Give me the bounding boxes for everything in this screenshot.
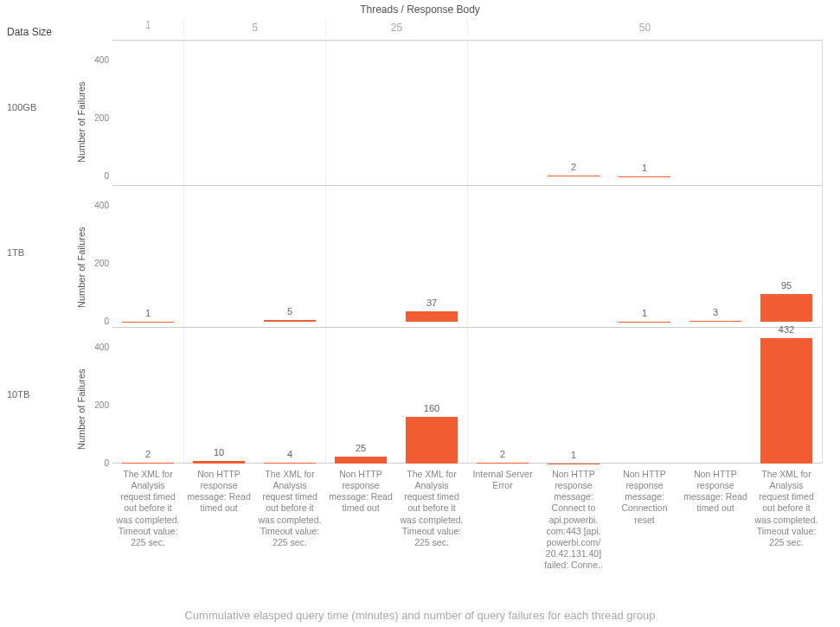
x-category-label: Internal Server Error xyxy=(470,469,535,491)
bar-value-label: 1 xyxy=(571,450,576,460)
thread-group-header: 5 xyxy=(183,19,325,36)
y-tick-label: 400 xyxy=(83,55,109,65)
x-category-label: The XML for Analysis request timed out b… xyxy=(753,469,818,548)
bar xyxy=(264,463,315,464)
bar xyxy=(689,321,741,322)
bar-value-label: 10 xyxy=(214,447,224,457)
col-facet-title: Threads / Response Body xyxy=(0,3,840,16)
panel-row xyxy=(112,40,822,176)
bar xyxy=(548,176,599,176)
x-category-label: Non HTTP response message: Read timed ou… xyxy=(328,469,393,515)
bar-value-label: 4 xyxy=(287,449,292,459)
row-facet-label: 10TB xyxy=(7,389,29,400)
y-tick-label: 200 xyxy=(83,259,109,268)
thread-group-header: 25 xyxy=(325,19,467,36)
x-category-label: Non HTTP response message: Read timed ou… xyxy=(186,469,251,515)
bar-value-label: 25 xyxy=(356,443,366,453)
bar-value-label: 2 xyxy=(145,449,151,459)
x-category-label: The XML for Analysis request timed out b… xyxy=(257,469,322,548)
x-category-label: Non HTTP response message: Read timed ou… xyxy=(683,469,747,515)
row-facet-label: 100GB xyxy=(7,102,36,112)
panel-row xyxy=(112,327,822,464)
y-tick-label: 400 xyxy=(83,201,109,210)
x-category-label: The XML for Analysis request timed out b… xyxy=(115,469,180,548)
y-tick-label: 0 xyxy=(83,171,109,181)
bar-value-label: 160 xyxy=(424,403,439,413)
bar xyxy=(193,461,244,464)
row-facet-title: Data Size xyxy=(7,26,52,38)
bar xyxy=(264,320,315,322)
thread-group-header: 1 xyxy=(112,19,183,31)
bar xyxy=(760,294,811,322)
bar-value-label: 95 xyxy=(781,280,792,291)
y-tick-label: 400 xyxy=(83,342,109,352)
bar-value-label: 432 xyxy=(779,324,794,335)
bar-value-label: 1 xyxy=(145,308,151,318)
bar-value-label: 2 xyxy=(500,449,505,459)
bar xyxy=(619,322,670,323)
bar-value-label: 1 xyxy=(642,163,647,173)
bar xyxy=(335,457,386,464)
bar xyxy=(477,463,528,464)
x-category-label: Non HTTP response message: Connect to ap… xyxy=(541,469,606,571)
bar xyxy=(122,322,173,323)
bar xyxy=(406,417,457,464)
bar xyxy=(548,464,599,464)
y-tick-label: 0 xyxy=(83,458,109,468)
bar-value-label: 3 xyxy=(713,307,718,317)
plot-right-edge xyxy=(822,40,823,464)
y-tick-label: 200 xyxy=(83,113,109,123)
x-category-label: Non HTTP response message: Connection re… xyxy=(612,469,676,526)
bar xyxy=(122,463,173,464)
bar-value-label: 37 xyxy=(426,298,437,308)
bar xyxy=(760,338,811,464)
x-category-label: The XML for Analysis request timed out b… xyxy=(399,469,464,548)
bar xyxy=(406,311,457,322)
panel-row xyxy=(112,185,822,322)
row-facet-label: 1TB xyxy=(7,247,24,258)
bar-value-label: 5 xyxy=(287,306,292,317)
bar-value-label: 1 xyxy=(642,308,647,318)
bar xyxy=(619,176,670,177)
y-tick-label: 0 xyxy=(83,317,109,326)
bar-value-label: 2 xyxy=(571,162,576,172)
chart-root: Threads / Response Body Data Size 152550… xyxy=(0,0,840,627)
chart-caption: Cummulative elasped query time (minutes)… xyxy=(0,609,840,622)
y-tick-label: 200 xyxy=(83,400,109,410)
thread-group-header: 50 xyxy=(467,19,822,36)
